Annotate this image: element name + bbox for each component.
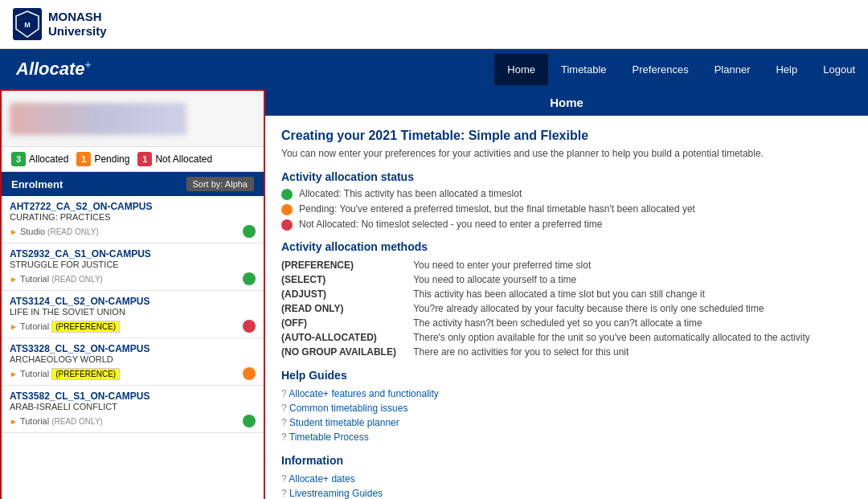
status-pending: 1 Pending bbox=[76, 152, 129, 166]
method-key: (AUTO-ALLOCATED) bbox=[281, 330, 413, 345]
nav-preferences[interactable]: Preferences bbox=[620, 54, 702, 85]
allocated-label: Allocated bbox=[29, 153, 68, 165]
activity-label: ► Studio (READ ONLY) bbox=[10, 227, 99, 236]
method-row: (PREFERENCE)You need to enter your prefe… bbox=[281, 258, 852, 272]
enrolment-header: Enrolment Sort by: Alpha bbox=[2, 172, 264, 196]
information-heading: Information bbox=[281, 454, 852, 467]
method-key: (PREFERENCE) bbox=[281, 258, 413, 272]
status-text: Not Allocated: No timeslot selected - yo… bbox=[299, 219, 603, 230]
activity-type: Tutorial bbox=[20, 321, 49, 331]
method-value: This activity has been allocated a time … bbox=[413, 287, 852, 301]
allocation-status-item: Pending: You've entered a preferred time… bbox=[281, 203, 852, 215]
help-link[interactable]: Timetable Process bbox=[289, 432, 369, 443]
activity-type: Studio bbox=[20, 227, 45, 236]
nav-logout[interactable]: Logout bbox=[810, 54, 868, 85]
nav-planner[interactable]: Planner bbox=[702, 54, 764, 85]
content-area: Home Creating your 2021 Timetable: Simpl… bbox=[265, 89, 868, 499]
content-header-label: Home bbox=[550, 96, 583, 109]
method-value: You need to enter your preferred time sl… bbox=[413, 258, 852, 272]
sort-button[interactable]: Sort by: Alpha bbox=[186, 177, 255, 191]
help-item[interactable]: Student timetable planner bbox=[281, 415, 852, 430]
preference-badge: (PREFERENCE) bbox=[51, 321, 120, 333]
course-item: AHT2722_CA_S2_ON-CAMPUS CURATING: PRACTI… bbox=[2, 196, 264, 243]
allocation-status-heading: Activity allocation status bbox=[281, 170, 852, 183]
info-item[interactable]: Livestreaming Guides bbox=[281, 486, 852, 499]
status-text: Pending: You've entered a preferred time… bbox=[299, 203, 695, 215]
method-key: (NO GROUP AVAILABLE) bbox=[281, 345, 413, 359]
arrow-icon: ► bbox=[10, 417, 18, 426]
course-code[interactable]: AHT2722_CA_S2_ON-CAMPUS bbox=[10, 201, 256, 212]
activity-row: ► Tutorial (PREFERENCE) bbox=[10, 367, 256, 380]
allocation-status-item: Not Allocated: No timeslot selected - yo… bbox=[281, 219, 852, 231]
activity-row: ► Studio (READ ONLY) bbox=[10, 225, 256, 238]
course-name: CURATING: PRACTICES bbox=[10, 212, 256, 222]
method-key: (ADJUST) bbox=[281, 287, 413, 301]
content-body: Creating your 2021 Timetable: Simple and… bbox=[265, 116, 868, 499]
content-header: Home bbox=[265, 89, 868, 116]
method-row: (NO GROUP AVAILABLE)There are no activit… bbox=[281, 345, 852, 359]
course-code[interactable]: ATS3328_CL_S2_ON-CAMPUS bbox=[10, 343, 256, 354]
activity-label: ► Tutorial (PREFERENCE) bbox=[10, 321, 120, 333]
activity-type: Tutorial bbox=[20, 416, 49, 426]
user-avatar-blurred bbox=[10, 103, 186, 135]
course-item: ATS3328_CL_S2_ON-CAMPUS ARCHAEOLOGY WORL… bbox=[2, 338, 264, 386]
main-title: Creating your 2021 Timetable: Simple and… bbox=[281, 129, 852, 143]
allocated-badge: 3 bbox=[11, 152, 26, 166]
preference-badge: (PREFERENCE) bbox=[51, 368, 120, 380]
method-value: The activity hasn?t been scheduled yet s… bbox=[413, 316, 852, 330]
course-list: AHT2722_CA_S2_ON-CAMPUS CURATING: PRACTI… bbox=[2, 196, 264, 433]
logo-text: MONASH University bbox=[48, 10, 107, 39]
activity-label: ► Tutorial (PREFERENCE) bbox=[10, 368, 120, 380]
method-row: (ADJUST)This activity has been allocated… bbox=[281, 287, 852, 301]
help-link[interactable]: Common timetabling issues bbox=[289, 403, 407, 414]
status-dot bbox=[281, 189, 293, 200]
method-key: (SELECT) bbox=[281, 272, 413, 287]
status-not-allocated: 1 Not Allocated bbox=[137, 152, 212, 166]
nav-home[interactable]: Home bbox=[494, 54, 548, 85]
course-code[interactable]: ATS2932_CA_S1_ON-CAMPUS bbox=[10, 248, 256, 260]
activity-label: ► Tutorial (READ ONLY) bbox=[10, 274, 103, 284]
status-dot bbox=[281, 204, 293, 215]
info-link[interactable]: Livestreaming Guides bbox=[289, 488, 383, 499]
method-row: (READ ONLY)You?re already allocated by y… bbox=[281, 301, 852, 316]
sidebar: 3 Allocated 1 Pending 1 Not Allocated En… bbox=[0, 89, 265, 499]
course-code[interactable]: ATS3124_CL_S2_ON-CAMPUS bbox=[10, 296, 256, 307]
main-subtitle: You can now enter your preferences for y… bbox=[281, 148, 852, 159]
nav-links: Home Timetable Preferences Planner Help … bbox=[494, 54, 868, 85]
methods-table: (PREFERENCE)You need to enter your prefe… bbox=[281, 258, 852, 359]
arrow-icon: ► bbox=[10, 322, 18, 331]
logo-area: M MONASH University bbox=[13, 8, 107, 40]
help-link[interactable]: Allocate+ features and functionality bbox=[289, 388, 438, 399]
activity-label: ► Tutorial (READ ONLY) bbox=[10, 416, 103, 426]
allocation-status-list: Allocated: This activity has been alloca… bbox=[281, 188, 852, 231]
arrow-icon: ► bbox=[10, 275, 18, 284]
course-item: ATS2932_CA_S1_ON-CAMPUS STRUGGLE FOR JUS… bbox=[2, 243, 264, 291]
help-item[interactable]: Allocate+ features and functionality bbox=[281, 387, 852, 401]
method-row: (AUTO-ALLOCATED)There's only option avai… bbox=[281, 330, 852, 345]
readonly-text: (READ ONLY) bbox=[51, 417, 103, 426]
navbar: Allocate+ Home Timetable Preferences Pla… bbox=[0, 49, 868, 89]
nav-timetable[interactable]: Timetable bbox=[548, 54, 620, 85]
status-text: Allocated: This activity has been alloca… bbox=[299, 188, 522, 199]
help-list: Allocate+ features and functionalityComm… bbox=[281, 387, 852, 444]
brand-name: Allocate+ bbox=[0, 49, 107, 89]
pending-badge: 1 bbox=[76, 152, 91, 166]
info-item[interactable]: Allocate+ dates bbox=[281, 472, 852, 486]
status-circle bbox=[243, 225, 256, 238]
help-item[interactable]: Timetable Process bbox=[281, 430, 852, 444]
activity-row: ► Tutorial (READ ONLY) bbox=[10, 272, 256, 285]
enrolment-label: Enrolment bbox=[11, 178, 63, 190]
info-link[interactable]: Allocate+ dates bbox=[289, 473, 354, 485]
status-row: 3 Allocated 1 Pending 1 Not Allocated bbox=[2, 147, 264, 172]
help-item[interactable]: Common timetabling issues bbox=[281, 401, 852, 415]
method-row: (OFF)The activity hasn?t been scheduled … bbox=[281, 316, 852, 330]
method-row: (SELECT)You need to allocate yourself to… bbox=[281, 272, 852, 287]
course-name: LIFE IN THE SOVIET UNION bbox=[10, 307, 256, 317]
page-header: M MONASH University bbox=[0, 0, 868, 49]
nav-help[interactable]: Help bbox=[763, 54, 810, 85]
course-name: ARCHAEOLOGY WORLD bbox=[10, 354, 256, 364]
help-link[interactable]: Student timetable planner bbox=[289, 417, 399, 428]
activity-row: ► Tutorial (READ ONLY) bbox=[10, 415, 256, 427]
course-code[interactable]: ATS3582_CL_S1_ON-CAMPUS bbox=[10, 391, 256, 402]
course-name: STRUGGLE FOR JUSTICE bbox=[10, 260, 256, 269]
